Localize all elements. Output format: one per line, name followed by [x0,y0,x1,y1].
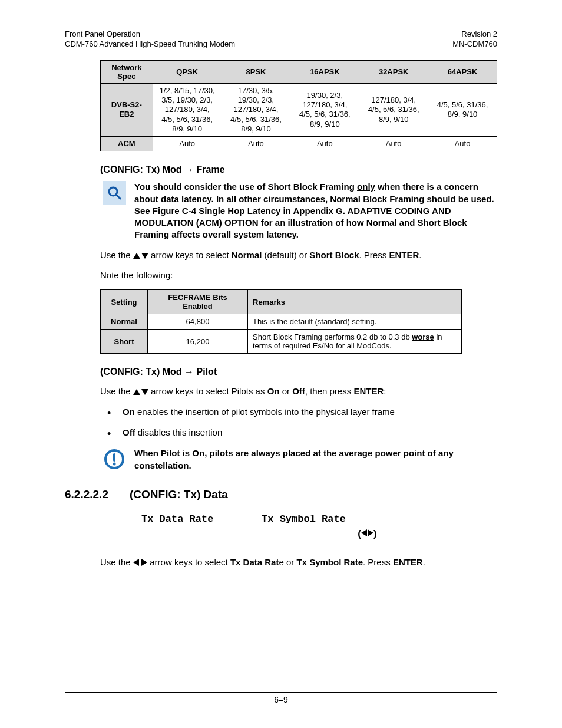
svg-point-4 [113,463,116,466]
header-right: Revision 2 MN-CDM760 [452,29,497,50]
col-header: FECFRAME Bits Enabled [148,290,248,314]
arrow-right-icon: → [184,164,194,174]
text: : [384,386,386,396]
triangle-left-icon [361,529,367,536]
underlined-bold: worse [412,332,434,341]
cell: Auto [428,137,497,151]
cell: This is the default (standard) setting. [248,314,462,330]
heading-text: Frame [194,164,224,174]
page-footer: 6–9 [65,692,497,704]
cell: 64,800 [148,314,248,330]
svg-rect-3 [113,453,115,462]
text: arrow keys to select Pilots as [148,386,267,396]
cell: 127/180, 3/4, 4/5, 5/6, 31/36, 8/9, 9/10 [359,83,428,136]
text: Use the [100,250,133,260]
config-pilot-heading: (CONFIG: Tx) Mod → Pilot [100,367,497,377]
config-frame-heading: (CONFIG: Tx) Mod → Frame [100,164,497,175]
col-header: QPSK [153,60,222,83]
text: e or [279,557,296,567]
note-text: You should consider the use of Short Blo… [134,181,497,241]
paragraph: Note the following: [100,269,497,281]
cell: 4/5, 5/6, 31/36, 8/9, 9/10 [428,83,497,136]
cell: 17/30, 3/5, 19/30, 2/3, 127/180, 3/4, 4/… [222,83,290,136]
text: arrow keys to select [147,557,230,567]
text: , then press [305,386,354,396]
bold: Off [292,386,305,396]
cell: 1/2, 8/15, 17/30, 3/5, 19/30, 2/3, 127/1… [153,83,222,136]
document-page: Front Panel Operation CDM-760 Advanced H… [0,0,562,728]
lr-arrow-group: () [358,528,376,539]
row-header: Normal [101,314,148,330]
heading-text: Pilot [194,367,217,377]
text: (default) or [262,250,309,260]
info-icon [103,447,126,471]
paragraph: Use the arrow keys to select Tx Data Rat… [100,556,497,568]
bold: ENTER [393,557,423,567]
lcd-line: Tx Data Rate Tx Symbol Rate [141,513,346,525]
bold: ENTER [353,386,384,396]
header-product: CDM-760 Advanced High-Speed Trunking Mod… [65,39,235,50]
text: . Press [363,557,393,567]
col-header: Network Spec [101,60,153,83]
text: or [279,386,292,396]
section-number: 6.2.2.2.2 [65,488,130,501]
paragraph: Use the arrow keys to select Pilots as O… [100,386,497,397]
text: . Press [359,250,389,260]
settings-table: Setting FECFRAME Bits Enabled Remarks No… [100,289,462,354]
triangle-up-icon [133,389,140,395]
note-text: When Pilot is On, pilots are always plac… [134,447,497,472]
heading-text: (CONFIG: Tx) Mod [100,367,184,377]
page-header: Front Panel Operation CDM-760 Advanced H… [65,29,497,50]
triangle-right-icon [368,529,373,536]
bold: On [123,407,135,417]
paragraph: Use the arrow keys to select Normal (def… [100,249,497,261]
section-heading: 6.2.2.2.2(CONFIG: Tx) Data [65,488,497,501]
col-header: Remarks [248,290,462,314]
triangle-right-icon [141,559,147,566]
cell: Auto [222,137,290,151]
list-item: On enables the insertion of pilot symbol… [107,406,497,419]
magnifier-icon [103,181,126,205]
underlined-word: only [357,182,375,192]
triangle-down-icon [141,389,148,395]
cell: 19/30, 2/3, 127/180, 3/4, 4/5, 5/6, 31/3… [290,83,359,136]
list-item: Off disables this insertion [107,426,497,440]
page-number: 6–9 [274,695,287,704]
col-header: 16APSK [290,60,359,83]
cell: 16,200 [148,330,248,354]
bold: Short Block [309,250,359,260]
text: . [423,557,425,567]
text: . [419,250,421,260]
modcod-table: Network Spec QPSK 8PSK 16APSK 32APSK 64A… [100,60,497,152]
triangle-down-icon [141,253,148,259]
bold: Normal [232,250,262,260]
svg-line-1 [116,195,120,199]
note-block: You should consider the use of Short Blo… [103,181,497,241]
triangle-up-icon [133,253,140,259]
header-docnum: MN-CDM760 [452,39,497,50]
row-header: Short [101,330,148,354]
header-left: Front Panel Operation CDM-760 Advanced H… [65,29,235,50]
text: enables the insertion of pilot symbols i… [135,407,395,417]
header-section-title: Front Panel Operation [65,29,235,39]
bold: On [267,386,280,396]
cell: Short Block Framing performs 0.2 db to 0… [248,330,462,354]
bold: Off [123,427,135,437]
bold: Tx Symbol Rate [296,557,363,567]
bold: ENTER [389,250,419,260]
text: Use the [100,557,133,567]
lcd-display: Tx Data Rate Tx Symbol Rate () [141,512,497,542]
note-block: When Pilot is On, pilots are always plac… [103,447,497,472]
table-row: DVB-S2-EB2 1/2, 8/15, 17/30, 3/5, 19/30,… [101,83,497,136]
arrow-right-icon: → [184,367,194,377]
cell: Auto [290,137,359,151]
header-revision: Revision 2 [452,29,497,39]
cell: Auto [359,137,428,151]
table-row: ACM Auto Auto Auto Auto Auto [101,137,497,151]
col-header: Setting [101,290,148,314]
text: Use the [100,386,133,396]
col-header: 32APSK [359,60,428,83]
row-header: ACM [101,137,153,151]
section-title: (CONFIG: Tx) Data [130,488,228,500]
triangle-left-icon [133,559,139,566]
